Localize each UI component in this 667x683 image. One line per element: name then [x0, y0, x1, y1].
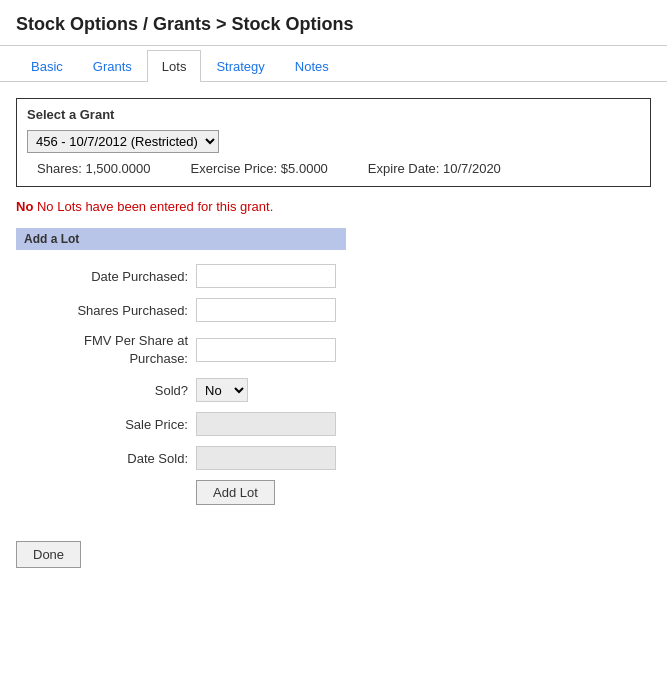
sold-row: Sold? No Yes — [16, 378, 651, 402]
no-lots-message: No No Lots have been entered for this gr… — [16, 199, 651, 214]
date-sold-input[interactable] — [196, 446, 336, 470]
shares-purchased-row: Shares Purchased: — [16, 298, 651, 322]
sale-price-input[interactable] — [196, 412, 336, 436]
fmv-row: FMV Per Share atPurchase: — [16, 332, 651, 368]
page-header: Stock Options / Grants > Stock Options — [0, 0, 667, 46]
grant-info-row: Shares: 1,500.0000 Exercise Price: $5.00… — [27, 161, 640, 176]
exercise-price-info: Exercise Price: $5.0000 — [191, 161, 328, 176]
date-purchased-row: Date Purchased: — [16, 264, 651, 288]
tab-lots[interactable]: Lots — [147, 50, 202, 82]
add-lot-header: Add a Lot — [16, 228, 346, 250]
grant-box: Select a Grant 456 - 10/7/2012 (Restrict… — [16, 98, 651, 187]
tab-notes[interactable]: Notes — [280, 50, 344, 82]
main-content: Select a Grant 456 - 10/7/2012 (Restrict… — [0, 82, 667, 584]
add-lot-section: Add a Lot Date Purchased: Shares Purchas… — [16, 228, 651, 505]
sale-price-label: Sale Price: — [16, 417, 196, 432]
page-title: Stock Options / Grants > Stock Options — [16, 14, 651, 35]
grant-box-title: Select a Grant — [27, 107, 640, 122]
date-sold-row: Date Sold: — [16, 446, 651, 470]
tab-basic[interactable]: Basic — [16, 50, 78, 82]
add-lot-button[interactable]: Add Lot — [196, 480, 275, 505]
grant-select-row: 456 - 10/7/2012 (Restricted) — [27, 130, 640, 153]
fmv-label: FMV Per Share atPurchase: — [16, 332, 196, 368]
date-purchased-label: Date Purchased: — [16, 269, 196, 284]
shares-purchased-input[interactable] — [196, 298, 336, 322]
sale-price-row: Sale Price: — [16, 412, 651, 436]
shares-info: Shares: 1,500.0000 — [37, 161, 151, 176]
sold-select[interactable]: No Yes — [196, 378, 248, 402]
done-button[interactable]: Done — [16, 541, 81, 568]
shares-purchased-label: Shares Purchased: — [16, 303, 196, 318]
grant-select[interactable]: 456 - 10/7/2012 (Restricted) — [27, 130, 219, 153]
tabs-bar: Basic Grants Lots Strategy Notes — [0, 50, 667, 82]
date-purchased-input[interactable] — [196, 264, 336, 288]
tab-strategy[interactable]: Strategy — [201, 50, 279, 82]
expire-date-info: Expire Date: 10/7/2020 — [368, 161, 501, 176]
fmv-input[interactable] — [196, 338, 336, 362]
date-sold-label: Date Sold: — [16, 451, 196, 466]
tab-grants[interactable]: Grants — [78, 50, 147, 82]
sold-label: Sold? — [16, 383, 196, 398]
